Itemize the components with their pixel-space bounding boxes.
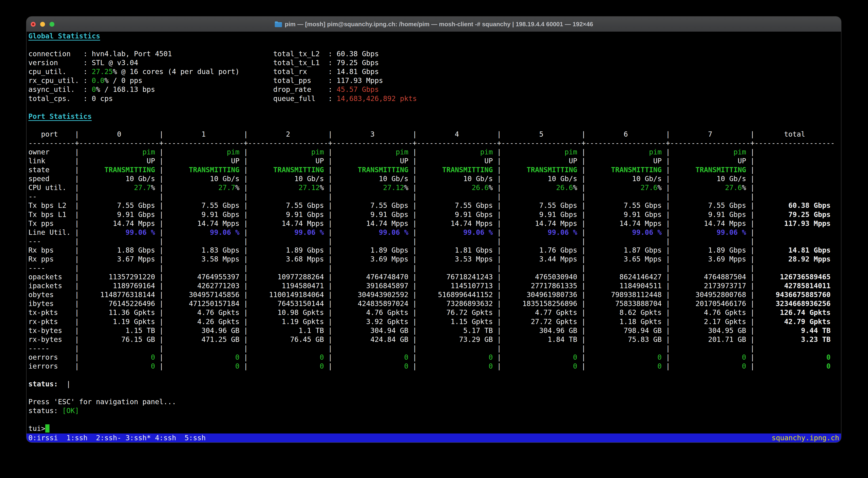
table-row-ierrors: ierrors | 0 | 0 | 0 | 0 | 0 | 0 | 0 | 0 …: [28, 362, 841, 371]
close-button[interactable]: [31, 22, 36, 27]
table-row--: ---- | | | | | | | | |: [28, 264, 841, 273]
table-row-owner: owner | pim | pim | pim | pim | pim | pi…: [28, 148, 841, 157]
table-row-ipackets: ipackets | 1189769164 | 4262771203 | 119…: [28, 281, 841, 290]
terminal-blank-row: [28, 103, 841, 112]
global-stats-row: async_util. : 0% / 168.13 bps drop_rate …: [28, 85, 841, 94]
terminal-blank-row: [28, 40, 841, 49]
global-stats-row: total_cps. : 0 cps queue_full : 14,683,4…: [28, 94, 841, 103]
window-title-text: pim — [mosh] pim@squanchy.ipng.ch: /home…: [285, 21, 593, 28]
table-row-obytes: obytes | 1148776318144 | 304957145856 | …: [28, 290, 841, 299]
global-statistics-heading: Global Statistics: [28, 32, 841, 40]
port-table-header: port | 0 | 1 | 2 | 3 | 4 | 5 | 6 | 7 | t…: [28, 130, 841, 139]
terminal-blank-row: [28, 371, 841, 380]
table-row-rx-bytes: rx-bytes | 76.15 GB | 471.25 GB | 76.45 …: [28, 335, 841, 344]
table-row-rx-bps: Rx bps | 1.88 Gbps | 1.83 Gbps | 1.89 Gb…: [28, 246, 841, 255]
table-row-tx-bps-l1: Tx bps L1 | 9.91 Gbps | 9.91 Gbps | 9.91…: [28, 210, 841, 219]
esc-hint-row: Press 'ESC' for navigation panel...: [28, 398, 841, 406]
table-row-opackets: opackets | 11357291220 | 4764955397 | 10…: [28, 273, 841, 281]
terminal-blank-row: [28, 121, 841, 130]
table-row--: -- | | | | | | | | |: [28, 192, 841, 201]
table-row-link: link | UP | UP | UP | UP | UP | UP | UP …: [28, 157, 841, 165]
table-row-state: state | TRANSMITTING | TRANSMITTING | TR…: [28, 165, 841, 174]
status-spinner-row: status: |: [28, 380, 841, 388]
screen-status-bar: 0:irssi 1:ssh 2:ssh- 3:ssh* 4:ssh 5:ssh …: [27, 434, 841, 442]
traffic-lights: [31, 16, 55, 32]
terminal-window: pim — [mosh] pim@squanchy.ipng.ch: /home…: [27, 16, 841, 442]
table-row--: --- | | | | | | | | |: [28, 237, 841, 246]
port-table-separator: -----------+-------------------+--------…: [28, 139, 841, 148]
table-row-tx-bytes: tx-bytes | 1.15 TB | 304.96 GB | 1.1 TB …: [28, 326, 841, 335]
table-row-cpu-util-: CPU util. | 27.7% | 27.7% | 27.12% | 27.…: [28, 183, 841, 192]
port-statistics-heading: Port Statistics: [28, 112, 841, 121]
terminal-blank-row: [28, 415, 841, 424]
terminal-content[interactable]: Global Statisticsconnection : hvn4.lab, …: [27, 32, 841, 442]
table-row-line-util-: Line Util. | 99.06 % | 99.06 % | 99.06 %…: [28, 228, 841, 237]
table-row--: ----- | | | | | | | | |: [28, 344, 841, 353]
desktop: { "colors": { "fg": "#f2f2f2", "green": …: [0, 0, 868, 478]
screen-window-list: 0:irssi 1:ssh 2:ssh- 3:ssh* 4:ssh 5:ssh: [28, 434, 206, 442]
table-row-tx-pkts: tx-pkts | 11.36 Gpkts | 4.76 Gpkts | 10.…: [28, 308, 841, 317]
global-stats-row: connection : hvn4.lab, Port 4501 total_t…: [28, 49, 841, 58]
table-row-speed: speed | 10 Gb/s | 10 Gb/s | 10 Gb/s | 10…: [28, 174, 841, 183]
table-row-tx-pps: Tx pps | 14.74 Mpps | 14.74 Mpps | 14.74…: [28, 219, 841, 228]
global-stats-row: version : STL @ v3.04 total_tx_L1 : 79.2…: [28, 58, 841, 67]
table-row-tx-bps-l2: Tx bps L2 | 7.55 Gbps | 7.55 Gbps | 7.55…: [28, 201, 841, 210]
tui-prompt-row: tui>: [28, 424, 841, 433]
minimize-button[interactable]: [40, 22, 45, 27]
status-ok-row: status: [OK]: [28, 406, 841, 415]
table-row-rx-pps: Rx pps | 3.67 Mpps | 3.58 Mpps | 3.68 Mp…: [28, 255, 841, 264]
terminal-blank-row: [28, 388, 841, 398]
global-stats-row: rx_cpu_util. : 0.0% / 0 pps total_pps : …: [28, 76, 841, 85]
screen-hostname: squanchy.ipng.ch: [772, 434, 839, 442]
global-stats-row: cpu_util. : 27.25% @ 16 cores (4 per dua…: [28, 67, 841, 76]
table-row-ibytes: ibytes | 76145226496 | 471250157184 | 76…: [28, 299, 841, 308]
terminal-cursor: [45, 424, 50, 433]
table-row-oerrors: oerrors | 0 | 0 | 0 | 0 | 0 | 0 | 0 | 0 …: [28, 353, 841, 362]
window-titlebar[interactable]: pim — [mosh] pim@squanchy.ipng.ch: /home…: [27, 16, 841, 32]
window-title: pim — [mosh] pim@squanchy.ipng.ch: /home…: [275, 21, 593, 28]
folder-icon: [275, 21, 282, 27]
terminal-rows: Global Statisticsconnection : hvn4.lab, …: [28, 32, 841, 433]
zoom-button[interactable]: [50, 22, 55, 27]
table-row-rx-pkts: rx-pkts | 1.19 Gpkts | 4.26 Gpkts | 1.19…: [28, 317, 841, 326]
